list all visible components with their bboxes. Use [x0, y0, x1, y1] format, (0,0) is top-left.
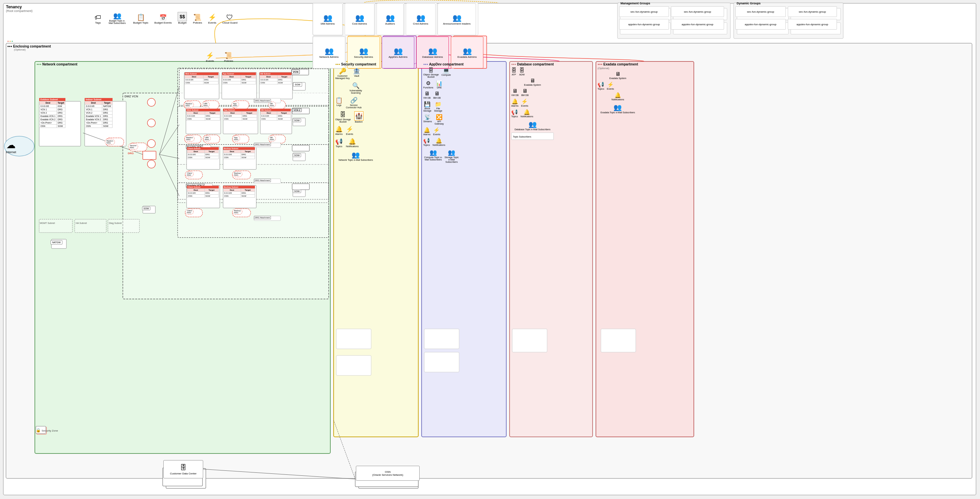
customer-managed-key-icon: 🔑	[339, 67, 346, 75]
security-admins-label: Security Admins	[354, 56, 373, 59]
db-exadata-system-icon: 🖥	[530, 78, 535, 84]
events-icon-group: ⚡ Events	[208, 13, 216, 24]
iam-admins-box: 👥 IAM Admins	[313, 3, 343, 35]
exadata-compartment-content: ●●● Exadata compartment (Optional) 🖥 Exa…	[598, 62, 638, 114]
exadata-admins-icon: 👥	[463, 47, 472, 56]
vulnerability-scanning-icon: 🔍	[352, 82, 360, 89]
db-notifications-icon: 🔔	[523, 109, 530, 115]
exdata-vcn2-client-subnet: Client Subnet DestTarget 0.0.0.0/0DRG OS…	[187, 186, 219, 198]
vault-icon: 🏦	[353, 67, 360, 75]
security-admins-icon: 👥	[359, 47, 368, 56]
osn-area: OSN (Oracle Services Network)	[356, 466, 420, 481]
cost-admins-icon: 👥	[355, 14, 364, 22]
budget-subscribers-icon-group: 👥 Budget Topic e-Mail Subscribers	[107, 12, 127, 24]
drg-label: DRG	[128, 152, 134, 155]
management-groups-section: Management Groups sec-fun-dynamic-group …	[619, 2, 732, 30]
diag-subnet-label: Diag Subnet	[109, 222, 122, 224]
dyn-group-2: appdev-fun-dynamic-group	[735, 19, 786, 30]
policies-icon: 📜	[193, 13, 202, 21]
bastion-nsg: BastionNSG	[184, 102, 194, 108]
budget-icon-group: $$ Budget	[178, 12, 187, 24]
security-zone-label: 🔒 Security Zone	[36, 428, 58, 432]
appdev-events-icon: ⚡	[433, 127, 440, 133]
appdev-storage-subscribers-icon: 👥	[448, 149, 455, 156]
auditors-label: Auditors	[385, 22, 395, 25]
dyn-group-3: sec-fun-dynamic-group	[788, 6, 837, 17]
indoor-subnet-header: Indoor Subnet	[85, 98, 113, 101]
appdev-compute-subscribers-icon: 👥	[430, 149, 437, 156]
tags-label: Tags	[95, 21, 101, 24]
svg-point-79	[147, 160, 155, 168]
vcn-label: VCN	[291, 70, 300, 74]
svg-rect-6	[596, 61, 694, 437]
cred-admins-icon: 👥	[416, 14, 425, 22]
vcn2-sgw: SGW	[293, 119, 301, 122]
svg-line-71	[159, 155, 179, 196]
appdev-notifications-icon: 🔔	[436, 137, 442, 144]
indoor-subnet: Indoor Subnet DestTarget 0.0.0.0/0NATGW …	[85, 98, 113, 128]
app-subnet: App Subnet DestTarget 0.0.0.0/0DRG OSNSG…	[222, 72, 256, 84]
dmz-vcn-label: DMZ VCN	[124, 95, 138, 98]
app-nsg: AppNSG	[231, 102, 239, 108]
tags-icon-group: 🏷 Tags	[95, 14, 101, 24]
vcn2-app-nsg: AppNSG	[232, 136, 240, 142]
announcement-readers-icon: 👥	[452, 14, 461, 22]
appdev-alarms-icon: 🔔	[423, 127, 430, 133]
exdata-sgw2: SGW	[293, 190, 301, 193]
cost-admins-label: Cost Admins	[352, 22, 367, 25]
dynamic-groups-section: Dynamic Groups sec-fun-dynamic-group app…	[735, 2, 845, 30]
vcn2-lbr-nsg: LBRNSG	[203, 136, 211, 142]
sec-alarms-icon: 🔔	[335, 126, 343, 133]
exadata-admins-label: Exadata Admins	[457, 56, 477, 59]
logs-icon: 📋	[335, 97, 343, 104]
mgmt-subnet-label: MGMT Subnet	[40, 222, 55, 224]
lbr-nsg: LBRNSG	[202, 102, 210, 108]
vcn2-db-nsg: DBNSG	[268, 136, 276, 142]
exdata-client-nsg: ClientNSG	[185, 171, 194, 177]
db-bmdb-icon: 🖥	[522, 88, 528, 94]
db-vmdb-icon: 🖥	[512, 88, 517, 94]
svg-line-70	[159, 155, 179, 158]
svg-rect-0	[3, 3, 976, 495]
db-topics-icon: 📢	[511, 109, 518, 115]
db-subnet: DB Subnet DestTarget 0.0.0.0/0DRG OSNSGW	[259, 72, 291, 84]
vcn2-app-subnet: App Subnet DestTarget 0.0.0.0/0DRG OSNSG…	[223, 108, 257, 121]
admin-groups-row1: 👥 IAM Admins 👥 Cost Admins 👥 Auditors 👥 …	[313, 3, 476, 35]
svg-line-69	[159, 124, 179, 155]
svg-rect-104	[336, 356, 371, 375]
appdev-topics-icon: 📢	[423, 137, 430, 144]
auditors-icon: 👥	[386, 14, 395, 22]
drg-attachment-4: DRG Attachment	[254, 216, 271, 219]
cloud-guard-icon-group: 🛡 Cloud Guard	[223, 14, 237, 24]
appdev-streams-icon: 📡	[424, 114, 431, 120]
drg-attachment-1: DRG Attachment	[254, 99, 271, 102]
exdata-sgw1: SGW	[293, 153, 301, 157]
auditors-box: 👥 Auditors	[377, 3, 404, 35]
drg-attachment-3: DRG Attachment	[254, 179, 271, 182]
sgw-dmz: SGW	[142, 207, 150, 210]
svg-rect-98	[292, 184, 309, 190]
customer-data-center-area: 🗄 Customer Data Center	[163, 460, 203, 478]
service-nsg-dmz: ServiceNSG	[128, 143, 138, 150]
mgmt-group-4: appdev-fun-dynamic-group	[671, 19, 724, 30]
drg-attachment-2: DRG Attachment	[254, 143, 271, 146]
osn-label: OSN (Oracle Services Network)	[372, 470, 403, 477]
ha-subnet-label: HA Subnet	[76, 222, 87, 224]
network-admins-label: Network Admins	[319, 56, 339, 59]
security-compartment-content: ●●● Security compartment 🔑 CustomerManag…	[335, 62, 376, 161]
exdata-notifications-icon: 🔔	[614, 92, 621, 98]
network-compartment-label: ●●● Network compartment	[37, 62, 77, 66]
appdev-dre-icon: 📊	[436, 80, 442, 86]
exdata-topics-icon: 📢	[598, 81, 604, 88]
budget-events-icon-group: 📅 Budget Events	[154, 14, 172, 24]
budget-topic-label: Budget Topic	[133, 21, 148, 24]
natgw-label: NATGW	[51, 240, 62, 244]
cost-admins-box: 👥 Cost Admins	[345, 3, 374, 35]
appdev-compartment-content: ●●● AppDev compartment 🗄 Object StorageB…	[423, 62, 463, 163]
db-adw-icon: 🗄	[519, 67, 525, 73]
exdata-vcn2-backup-nsg: BackupNSG	[232, 209, 242, 215]
enclosing-policies-icon: 📜	[224, 51, 233, 59]
cred-admins-label: Cred Admins	[413, 22, 428, 25]
db-alarms-icon: 🔔	[512, 98, 518, 105]
dynamic-groups-label: Dynamic Groups	[735, 2, 845, 5]
